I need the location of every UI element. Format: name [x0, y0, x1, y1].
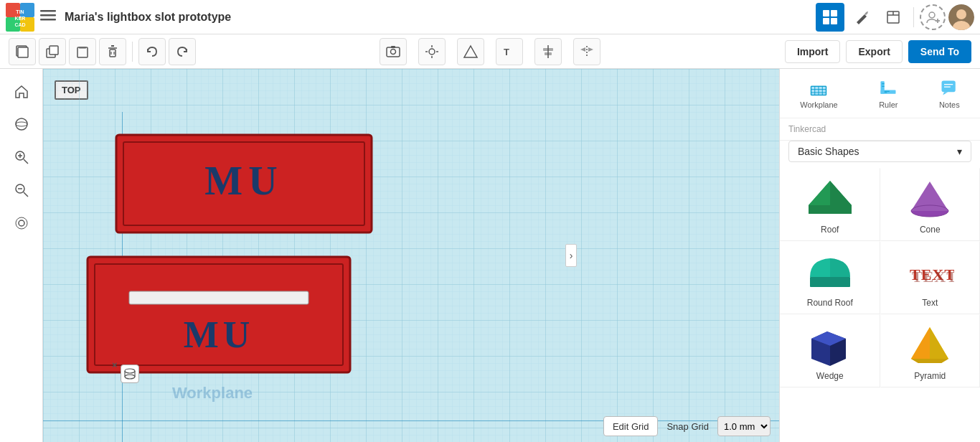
shape-top[interactable]: MU — [115, 133, 373, 234]
svg-point-18 — [929, 12, 935, 18]
toolbar-left-tools — [9, 38, 196, 65]
toolbar-right-actions: Import Export Send To — [785, 40, 971, 63]
svg-text:CAD: CAD — [14, 22, 25, 27]
redo-button[interactable] — [169, 38, 196, 65]
send-to-button[interactable]: Send To — [908, 40, 971, 63]
svg-rect-8 — [40, 10, 56, 12]
import-button[interactable]: Import — [785, 40, 841, 63]
svg-rect-46 — [543, 48, 553, 51]
viewport[interactable]: TOP MU — [43, 69, 779, 442]
shape-item-roof[interactable]: Roof — [780, 168, 880, 241]
viewport-controls: Edit Grid Snap Grid 1.0 mm 0.5 mm 2.0 mm — [603, 416, 771, 436]
cylinder-icon[interactable] — [121, 365, 139, 383]
cone-thumbnail — [905, 177, 955, 220]
menu-icon[interactable] — [40, 7, 56, 27]
light-tool-button[interactable] — [418, 38, 446, 65]
svg-marker-49 — [580, 47, 585, 52]
shape-item-cone[interactable]: Cone — [880, 168, 981, 241]
x-cursor: × — [112, 359, 118, 370]
ruler-tool-label: Ruler — [879, 100, 897, 109]
shape-library-dropdown[interactable]: Basic Shapes ▾ — [788, 141, 971, 162]
fit-button[interactable] — [8, 210, 35, 237]
topbar-view-buttons — [816, 3, 974, 32]
camera-tool-button[interactable] — [380, 38, 407, 65]
shape-bottom[interactable]: MU — [86, 255, 352, 374]
snap-grid-select[interactable]: 1.0 mm 0.5 mm 2.0 mm — [717, 416, 771, 436]
shape-item-text[interactable]: TEXT TEXT Text — [880, 241, 981, 314]
svg-marker-94 — [943, 92, 948, 95]
align-tool-button[interactable] — [534, 38, 562, 65]
svg-rect-87 — [881, 81, 885, 94]
shape-library-header: Tinkercad — [780, 118, 980, 141]
edit-grid-button[interactable]: Edit Grid — [603, 416, 659, 436]
svg-rect-27 — [50, 46, 58, 55]
delete-button[interactable] — [99, 38, 126, 65]
orbit-button[interactable] — [8, 110, 35, 138]
right-panel: Workplane Ruler — [779, 69, 980, 442]
user-avatar[interactable] — [948, 4, 974, 30]
text3d-tool-button[interactable]: T — [496, 38, 523, 65]
svg-rect-10 — [40, 19, 56, 21]
shape-item-wedge[interactable]: Wedge — [780, 314, 880, 387]
svg-text:TIN: TIN — [16, 9, 24, 14]
export-button[interactable]: Export — [846, 40, 902, 63]
topbar: TIN KER CAD Maria's lightbox slot protot… — [0, 0, 980, 34]
svg-marker-50 — [588, 47, 593, 52]
workplane-watermark: Workplane — [172, 384, 253, 403]
workplane-tool[interactable]: Workplane — [794, 75, 843, 112]
svg-point-60 — [19, 220, 24, 226]
shape-library-provider: Tinkercad — [788, 124, 826, 134]
add-user-button[interactable] — [920, 4, 946, 30]
toolbar-center-tools: T — [199, 38, 782, 65]
svg-rect-12 — [831, 10, 837, 17]
notes-tool-label: Notes — [939, 100, 960, 109]
svg-text:KER: KER — [15, 16, 26, 21]
svg-text:MU: MU — [204, 159, 283, 203]
svg-point-36 — [391, 49, 396, 54]
shape-item-round-roof[interactable]: Round Roof — [780, 241, 880, 314]
shape-grid: Roof Cone — [780, 168, 980, 387]
shape-tool-button[interactable] — [457, 38, 484, 65]
flip-tool-button[interactable] — [573, 38, 600, 65]
panel-collapse-button[interactable]: › — [565, 244, 577, 267]
viewport-label: TOP — [55, 80, 88, 100]
text-label: Text — [922, 298, 938, 308]
svg-marker-113 — [911, 327, 930, 363]
export-view-button[interactable] — [879, 3, 908, 32]
right-tools: Workplane Ruler — [780, 69, 980, 118]
svg-rect-13 — [823, 18, 829, 24]
svg-rect-9 — [40, 14, 56, 17]
copy-out-button[interactable] — [9, 38, 36, 65]
project-title: Maria's lightbox slot prototype — [65, 11, 231, 24]
home-view-button[interactable] — [8, 77, 35, 105]
svg-point-51 — [16, 118, 27, 130]
svg-marker-114 — [911, 359, 948, 363]
paste-button[interactable] — [69, 38, 96, 65]
ruler-tool[interactable]: Ruler — [872, 75, 904, 112]
notes-tool[interactable]: Notes — [933, 75, 966, 112]
grid-view-button[interactable] — [816, 3, 844, 32]
undo-button[interactable] — [138, 38, 166, 65]
svg-point-38 — [429, 49, 435, 55]
copy-button[interactable] — [39, 38, 66, 65]
zoom-in-button[interactable] — [8, 144, 35, 171]
build-view-button[interactable] — [847, 3, 876, 32]
main-area: TOP MU — [0, 69, 980, 442]
svg-marker-112 — [930, 327, 948, 363]
pyramid-thumbnail — [905, 324, 955, 367]
shape-item-pyramid[interactable]: Pyramid — [880, 314, 981, 387]
pyramid-label: Pyramid — [914, 371, 946, 381]
zoom-out-button[interactable] — [8, 177, 35, 204]
chevron-down-icon: ▾ — [957, 146, 962, 157]
svg-line-54 — [24, 159, 28, 164]
svg-rect-14 — [831, 18, 837, 24]
svg-rect-30 — [110, 50, 116, 57]
svg-rect-25 — [18, 47, 28, 57]
svg-text:TEXT: TEXT — [912, 268, 954, 286]
svg-point-22 — [956, 9, 966, 19]
svg-rect-47 — [545, 52, 552, 55]
snap-grid-label: Snap Grid — [666, 421, 709, 432]
workplane-tool-label: Workplane — [800, 100, 837, 109]
tinkercad-logo[interactable]: TIN KER CAD — [6, 3, 34, 32]
svg-text:T: T — [504, 47, 509, 57]
